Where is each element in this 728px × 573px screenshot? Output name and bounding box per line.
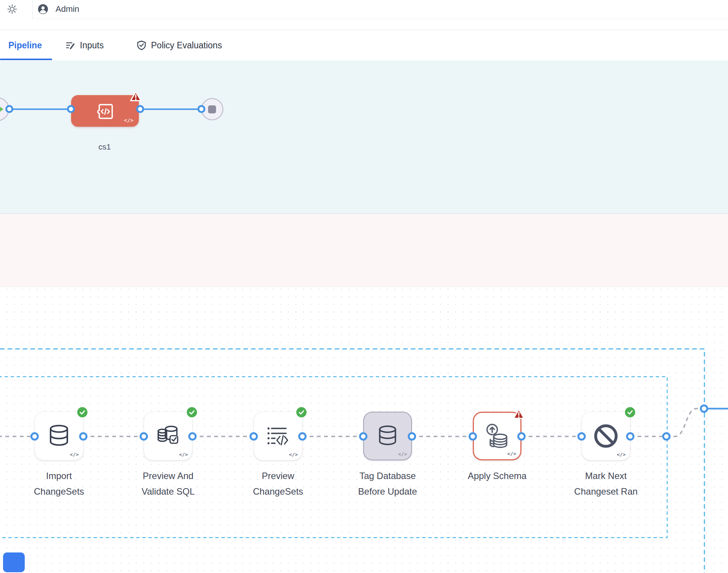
database-icon	[376, 424, 399, 448]
handle[interactable]	[250, 432, 258, 441]
error-badge	[513, 408, 525, 420]
success-badge	[624, 406, 636, 418]
ban-icon	[593, 423, 618, 449]
step-node-mark-next-changeset-ran[interactable]: </>	[582, 412, 630, 460]
code-glyph: </>	[507, 451, 516, 457]
database-icon	[47, 423, 71, 449]
pipeline-editor-page: Admin Pipeline Inputs Policy Evalu	[0, 0, 728, 573]
handle[interactable]	[626, 432, 634, 441]
viewport-indicator[interactable]	[3, 552, 25, 572]
code-glyph: </>	[398, 451, 407, 457]
handle[interactable]	[30, 432, 39, 441]
success-badge	[296, 406, 307, 418]
step-label: Tag Database Before Update	[331, 468, 445, 499]
handle[interactable]	[408, 432, 416, 441]
success-badge	[186, 406, 198, 418]
step-label: Apply Schema	[440, 468, 554, 484]
handle[interactable]	[140, 432, 148, 441]
handle[interactable]	[469, 432, 477, 441]
step-label: Preview And Validate SQL	[111, 468, 225, 499]
database-upload-icon	[485, 423, 509, 449]
step-node-import-changesets[interactable]: </>	[35, 412, 83, 460]
code-glyph: </>	[179, 452, 188, 457]
list-code-icon	[266, 425, 290, 447]
handle[interactable]	[188, 432, 197, 441]
code-glyph: </>	[617, 452, 626, 457]
database-check-icon	[156, 425, 180, 447]
step-label: Mark Next Changeset Ran	[549, 468, 663, 499]
handle[interactable]	[577, 432, 586, 441]
code-glyph: </>	[289, 452, 298, 457]
handle[interactable]	[79, 432, 87, 441]
handle[interactable]	[662, 432, 671, 441]
handle[interactable]	[298, 432, 307, 441]
success-badge	[76, 406, 88, 418]
handle[interactable]	[700, 404, 708, 413]
step-node-preview-changesets[interactable]: </>	[254, 412, 302, 460]
step-label: Import ChangeSets	[2, 468, 116, 499]
step-node-tag-database[interactable]: </>	[363, 412, 412, 460]
handle[interactable]	[359, 432, 367, 441]
step-label: Preview ChangeSets	[221, 468, 335, 499]
code-glyph: </>	[70, 452, 79, 457]
step-node-preview-validate-sql[interactable]: </>	[144, 412, 192, 460]
error-badge	[130, 91, 142, 102]
handle[interactable]	[517, 432, 526, 441]
